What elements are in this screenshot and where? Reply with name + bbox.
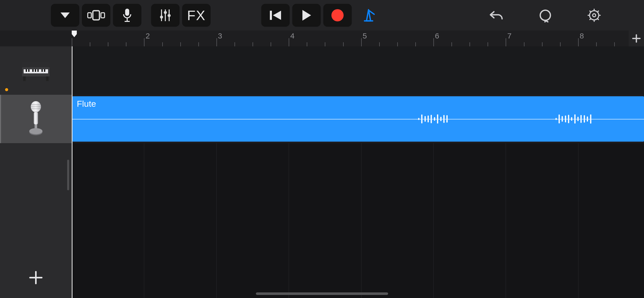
- svg-rect-3: [101, 13, 105, 18]
- svg-point-12: [168, 14, 171, 17]
- ruler-spacer: [0, 31, 72, 46]
- svg-line-26: [590, 11, 591, 12]
- svg-rect-39: [37, 69, 39, 72]
- track-controls-sliders-button[interactable]: [151, 4, 180, 27]
- tracks-menu-button[interactable]: [51, 4, 79, 27]
- ruler-bar-number: 8: [580, 32, 584, 40]
- top-toolbar: FX: [0, 0, 644, 31]
- microphone-input-button[interactable]: [113, 4, 141, 27]
- tracks-area: Flute: [0, 46, 644, 298]
- vertical-scrollbar[interactable]: [67, 160, 69, 190]
- ruler-bar-number: 5: [363, 32, 367, 40]
- fx-button[interactable]: FX: [182, 4, 211, 27]
- svg-point-8: [160, 16, 163, 19]
- track-lane-microphone[interactable]: Flute: [72, 95, 644, 143]
- audio-region-flute[interactable]: Flute: [72, 96, 644, 142]
- svg-rect-43: [46, 76, 49, 81]
- svg-line-28: [597, 11, 598, 12]
- svg-rect-36: [28, 69, 30, 72]
- svg-line-29: [590, 19, 591, 20]
- ruler-bar-number: 3: [218, 32, 222, 40]
- svg-rect-35: [26, 69, 27, 72]
- svg-line-27: [597, 19, 598, 20]
- svg-point-10: [164, 11, 167, 14]
- microphone-icon: [27, 101, 45, 137]
- track-headers-column: [0, 46, 72, 298]
- piano-icon: [21, 59, 51, 82]
- svg-rect-37: [32, 69, 34, 72]
- toolbar-left-group: FX: [51, 4, 211, 27]
- settings-button[interactable]: [580, 4, 608, 27]
- track-header-piano[interactable]: [0, 46, 72, 95]
- svg-marker-15: [302, 10, 311, 21]
- region-label: Flute: [77, 99, 96, 109]
- svg-marker-0: [61, 12, 70, 18]
- go-to-beginning-button[interactable]: [261, 4, 290, 27]
- ruler-row: 2345678: [0, 31, 644, 46]
- browser-view-button[interactable]: [82, 4, 110, 27]
- loop-browser-button[interactable]: [531, 4, 560, 27]
- undo-button[interactable]: [482, 4, 511, 27]
- svg-rect-40: [41, 69, 43, 72]
- svg-marker-14: [273, 11, 281, 20]
- track-header-microphone[interactable]: [0, 95, 72, 143]
- svg-point-19: [540, 10, 550, 20]
- play-button[interactable]: [292, 4, 321, 27]
- svg-rect-1: [88, 13, 91, 18]
- svg-point-51: [29, 128, 42, 134]
- playhead-line[interactable]: [72, 46, 72, 298]
- ruler-bar-number: 4: [290, 32, 295, 40]
- timeline-ruler[interactable]: 2345678: [72, 31, 629, 46]
- toolbar-right-group: [482, 4, 608, 27]
- track-lane-piano[interactable]: [72, 46, 644, 95]
- fx-label: FX: [187, 7, 206, 23]
- add-track-button[interactable]: [0, 257, 72, 298]
- garageband-app: FX: [0, 0, 644, 298]
- home-indicator: [256, 292, 388, 295]
- record-button[interactable]: [323, 4, 352, 27]
- svg-rect-2: [93, 11, 99, 20]
- svg-rect-4: [125, 9, 129, 16]
- ruler-bar-number: 7: [507, 32, 511, 40]
- playhead-marker-icon[interactable]: [71, 30, 77, 38]
- ruler-bar-number: 6: [435, 32, 439, 40]
- svg-point-21: [593, 14, 596, 17]
- metronome-button[interactable]: [354, 4, 383, 27]
- svg-rect-38: [35, 69, 36, 72]
- add-section-button[interactable]: [629, 31, 644, 46]
- track-lanes[interactable]: Flute: [72, 46, 644, 298]
- svg-point-16: [331, 9, 344, 21]
- svg-rect-32: [22, 62, 50, 67]
- ruler-bar-number: 2: [145, 32, 150, 40]
- automation-dot-icon: [5, 88, 8, 91]
- svg-rect-13: [270, 11, 272, 20]
- svg-rect-41: [44, 69, 45, 72]
- svg-rect-42: [23, 76, 26, 81]
- svg-rect-48: [34, 112, 38, 125]
- transport-group: [261, 4, 383, 27]
- waveform-centerline: [72, 119, 644, 119]
